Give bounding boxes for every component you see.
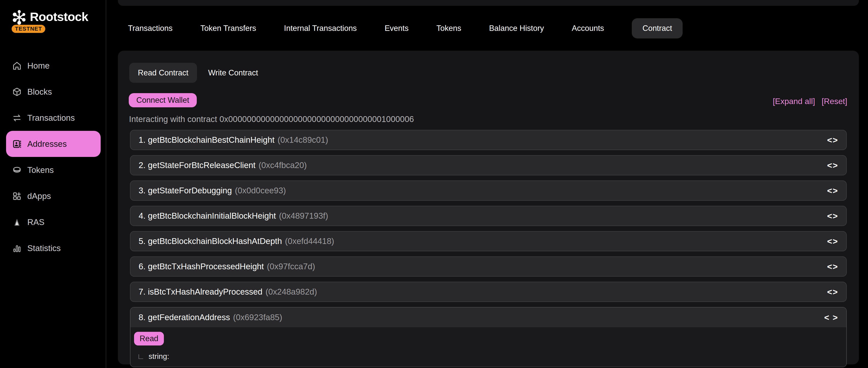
function-index: 1. — [138, 135, 148, 145]
function-selector: (0x6923fa85) — [233, 313, 282, 322]
function-row-6[interactable]: 6. getBtcTxHashProcessedHeight (0x97fcca… — [130, 256, 847, 277]
tab-accounts[interactable]: Accounts — [572, 24, 604, 33]
connect-wallet-button[interactable]: Connect Wallet — [129, 93, 197, 107]
function-selector: (0x0d0cee93) — [235, 186, 286, 195]
interacting-with-contract-text: Interacting with contract 0x000000000000… — [129, 114, 414, 124]
function-row-5[interactable]: 5. getBtcBlockchainBlockHashAtDepth (0xe… — [130, 231, 847, 251]
function-row-4[interactable]: 4. getBtcBlockchainInitialBlockHeight (0… — [130, 206, 847, 226]
tab-internal-transactions[interactable]: Internal Transactions — [284, 24, 357, 33]
branch-corner-icon: ∟ — [137, 352, 145, 361]
output-type-label: string: — [149, 352, 169, 361]
function-row-8[interactable]: 8. getFederationAddress (0x6923fa85) < > — [130, 308, 846, 327]
code-icon[interactable]: <> — [827, 236, 838, 246]
output-line: ∟ string: — [134, 352, 843, 361]
function-selector: (0x4897193f) — [279, 211, 328, 221]
reset-link[interactable]: [Reset] — [822, 97, 847, 106]
sidebar-item-label: Transactions — [27, 113, 75, 123]
addresses-icon — [12, 139, 22, 149]
sidebar-item-label: RAS — [27, 218, 44, 227]
sidebar-item-ras[interactable]: RAS — [6, 209, 101, 235]
sidebar-item-addresses[interactable]: Addresses — [6, 131, 101, 157]
function-item-8-expanded: 8. getFederationAddress (0x6923fa85) < >… — [130, 307, 847, 367]
function-row-1[interactable]: 1. getBtcBlockchainBestChainHeight (0x14… — [130, 130, 847, 150]
tab-tokens[interactable]: Tokens — [436, 24, 461, 33]
function-index: 7. — [138, 287, 148, 296]
contract-subtabs: Read Contract Write Contract — [129, 63, 258, 83]
code-icon[interactable]: <> — [827, 287, 838, 297]
sidebar: Rootstock TESTNET Home Blocks Transactio… — [0, 0, 106, 368]
read-button[interactable]: Read — [134, 332, 164, 345]
function-name: getFederationAddress — [148, 313, 230, 322]
function-row-3[interactable]: 3. getStateForDebugging (0x0d0cee93) <> — [130, 180, 847, 201]
function-row-7[interactable]: 7. isBtcTxHashAlreadyProcessed (0x248a98… — [130, 282, 847, 302]
function-name: getStateForDebugging — [148, 186, 232, 195]
function-index: 6. — [138, 262, 148, 271]
subtab-write-contract[interactable]: Write Contract — [208, 68, 258, 78]
function-name: getStateForBtcReleaseClient — [148, 161, 256, 170]
function-name: getBtcBlockchainInitialBlockHeight — [148, 211, 276, 221]
ras-icon — [12, 218, 22, 227]
brand-name: Rootstock — [30, 10, 88, 24]
statistics-icon — [12, 244, 22, 253]
code-icon[interactable]: < > — [824, 313, 838, 322]
code-icon[interactable]: <> — [827, 262, 838, 272]
testnet-badge: TESTNET — [12, 25, 45, 33]
rootstock-logo[interactable]: Rootstock — [11, 9, 88, 25]
tokens-icon — [12, 165, 22, 175]
function-name: getBtcBlockchainBestChainHeight — [148, 135, 275, 145]
function-8-body: Read ∟ string: — [130, 327, 846, 367]
function-index: 2. — [138, 161, 148, 170]
code-icon[interactable]: <> — [827, 161, 838, 170]
previous-card-bottom-edge — [118, 0, 859, 6]
tab-events[interactable]: Events — [385, 24, 409, 33]
tab-contract[interactable]: Contract — [632, 18, 683, 38]
code-icon[interactable]: <> — [827, 135, 838, 145]
function-selector: (0x248a982d) — [266, 287, 317, 296]
contract-card: Read Contract Write Contract Connect Wal… — [118, 51, 859, 364]
sidebar-item-label: Blocks — [27, 87, 52, 97]
sidebar-item-blocks[interactable]: Blocks — [6, 79, 101, 105]
function-name: getBtcBlockchainBlockHashAtDepth — [148, 236, 282, 246]
expand-all-link[interactable]: [Expand all] — [773, 97, 815, 106]
function-name: isBtcTxHashAlreadyProcessed — [148, 287, 262, 296]
function-selector: (0x14c89c01) — [278, 135, 328, 145]
sidebar-item-label: Tokens — [27, 165, 54, 175]
list-actions: [Expand all] [Reset] — [773, 97, 847, 106]
function-index: 4. — [138, 211, 148, 221]
code-icon[interactable]: <> — [827, 211, 838, 221]
tab-balance-history[interactable]: Balance History — [489, 24, 544, 33]
sidebar-item-label: Addresses — [27, 139, 67, 149]
rootstock-flower-icon — [11, 9, 27, 25]
sidebar-nav: Home Blocks Transactions Addresses — [6, 53, 101, 261]
function-selector: (0xefd44418) — [285, 236, 334, 246]
function-name: getBtcTxHashProcessedHeight — [148, 262, 264, 271]
sidebar-item-transactions[interactable]: Transactions — [6, 105, 101, 131]
function-selector: (0xc4fbca20) — [258, 161, 307, 170]
function-index: 5. — [138, 236, 148, 246]
function-row-2[interactable]: 2. getStateForBtcReleaseClient (0xc4fbca… — [130, 155, 847, 175]
address-tabs: Transactions Token Transfers Internal Tr… — [128, 18, 683, 38]
function-list: 1. getBtcBlockchainBestChainHeight (0x14… — [130, 130, 847, 367]
subtab-read-contract[interactable]: Read Contract — [129, 63, 197, 83]
sidebar-item-label: dApps — [27, 191, 51, 201]
sidebar-item-label: Home — [27, 61, 50, 70]
function-selector: (0x97fcca7d) — [267, 262, 315, 271]
sidebar-item-tokens[interactable]: Tokens — [6, 157, 101, 183]
dapps-icon — [12, 191, 22, 201]
code-icon[interactable]: <> — [827, 186, 838, 196]
home-icon — [12, 61, 22, 70]
tab-token-transfers[interactable]: Token Transfers — [200, 24, 256, 33]
sidebar-item-label: Statistics — [27, 244, 61, 253]
sidebar-item-home[interactable]: Home — [6, 53, 101, 79]
sidebar-item-dapps[interactable]: dApps — [6, 183, 101, 209]
function-index: 3. — [138, 186, 148, 195]
sidebar-item-statistics[interactable]: Statistics — [6, 235, 101, 261]
tab-transactions[interactable]: Transactions — [128, 24, 173, 33]
blocks-icon — [12, 87, 22, 97]
function-index: 8. — [138, 313, 148, 322]
transactions-icon — [12, 113, 22, 123]
